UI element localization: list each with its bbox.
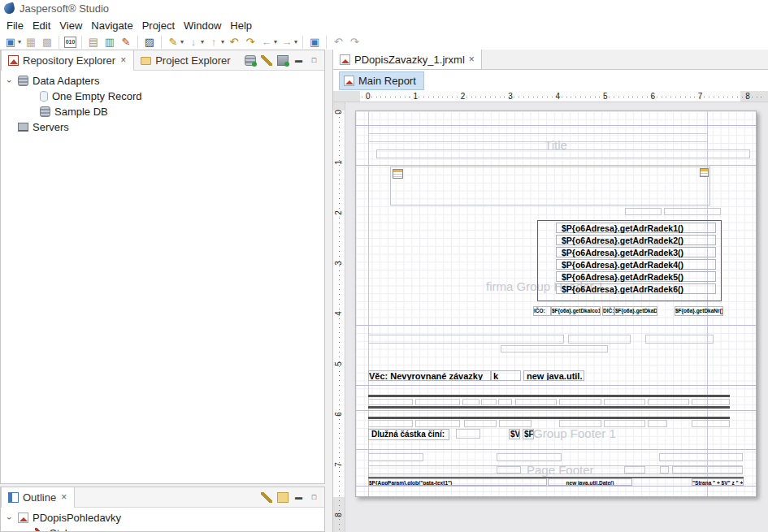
report-element[interactable]	[464, 420, 497, 427]
save-all-button[interactable]: ▩	[40, 35, 54, 50]
add-image-button[interactable]: ▤	[86, 35, 101, 50]
report-element[interactable]	[659, 453, 743, 461]
report-element[interactable]	[692, 399, 730, 405]
edit-style-button[interactable]: ✎	[119, 35, 133, 50]
field-field[interactable]: $F	[523, 429, 534, 439]
report-element[interactable]	[481, 399, 497, 405]
footer-date-field[interactable]: new java.util.Date()	[548, 478, 632, 486]
tab-main-report[interactable]: Main Report	[339, 71, 424, 90]
binary-view-button[interactable]: 010	[63, 35, 77, 50]
report-element[interactable]	[368, 335, 564, 344]
pull-up-button[interactable]: ↑▾	[206, 35, 225, 50]
report-element[interactable]	[462, 399, 479, 405]
new-report-wizard-button[interactable]: ▣▾	[3, 35, 22, 50]
horizontal-ruler[interactable]: 012345678	[333, 91, 768, 102]
tab-pdopiszavazky[interactable]: PDopisZavazky_1.jrxml ×	[333, 50, 482, 69]
dluzna-label-field[interactable]: Dlužná částka činí:	[368, 429, 449, 440]
menu-item[interactable]: Project	[142, 18, 184, 33]
report-element[interactable]	[672, 466, 743, 474]
next-annotation-button[interactable]: ↷	[243, 35, 258, 50]
report-element[interactable]	[568, 335, 631, 344]
report-element[interactable]	[415, 399, 460, 405]
report-element[interactable]	[648, 420, 667, 427]
back-history-button[interactable]: ←▾	[259, 35, 278, 50]
report-element[interactable]	[604, 399, 645, 405]
close-icon[interactable]: ×	[469, 54, 475, 65]
tree-item-servers[interactable]: › Servers	[1, 119, 324, 135]
report-element[interactable]	[501, 345, 608, 353]
save-button[interactable]: ▦	[24, 35, 38, 50]
thumbnail-view-icon[interactable]	[277, 492, 289, 503]
vec-date-field[interactable]: new java.util.	[523, 370, 584, 381]
menu-item[interactable]: Window	[184, 18, 230, 33]
report-element[interactable]	[625, 208, 662, 215]
dropdown-icon[interactable]: ▾	[18, 38, 21, 45]
thick-rule[interactable]	[368, 395, 730, 397]
maximize-icon[interactable]: □	[309, 493, 319, 501]
report-element[interactable]	[498, 399, 512, 405]
undo-button[interactable]: ↶	[331, 35, 345, 50]
report-element[interactable]	[559, 399, 601, 405]
dropdown-icon[interactable]: ▾	[274, 38, 277, 45]
menu-item[interactable]: View	[59, 18, 91, 33]
footer-left-field[interactable]: $P{AppParam}.glob("pata-text1")	[368, 478, 547, 486]
dropdown-icon[interactable]: ▾	[180, 38, 184, 45]
report-element[interactable]	[376, 149, 750, 158]
close-icon[interactable]: ×	[60, 491, 67, 503]
pull-down-button[interactable]: ↓▾	[186, 35, 205, 50]
previous-annotation-button[interactable]: ↶	[227, 35, 241, 50]
dic-label[interactable]: DIČ:	[602, 306, 614, 316]
add-server-icon[interactable]	[277, 55, 289, 66]
address-text-field[interactable]: $P{o6Adresa}.getAdrRadek3()	[556, 247, 716, 257]
forward-history-button[interactable]: →▾	[280, 35, 298, 50]
report-element[interactable]	[648, 399, 689, 405]
dic-value-field[interactable]: $F{o6a}.getDkaDic()	[614, 306, 657, 316]
nr-value-field[interactable]: $F{o6a}.getDkaNr()	[675, 306, 723, 316]
add-data-adapter-icon[interactable]	[245, 55, 256, 66]
tab-project-explorer[interactable]: Project Explorer	[134, 50, 236, 71]
tree-item-sample-db[interactable]: Sample DB	[1, 104, 324, 119]
wand-icon[interactable]	[261, 55, 272, 66]
address-text-field[interactable]: $P{o6Adresa}.getAdrRadek4()	[556, 259, 716, 270]
report-element[interactable]	[624, 466, 645, 474]
address-text-field[interactable]: $P{o6Adresa}.getAdrRadek5()	[556, 271, 716, 282]
minimize-icon[interactable]: ▬	[293, 56, 304, 64]
report-element[interactable]	[368, 420, 413, 427]
tree-item-one-empty-record[interactable]: One Empty Record	[1, 89, 324, 104]
address-text-field[interactable]: $P{o6Adresa}.getAdrRadek6()	[556, 283, 716, 294]
report-element-frame[interactable]	[390, 167, 710, 205]
new-editor-window-button[interactable]: ▣	[307, 35, 322, 50]
variable-field[interactable]: $V	[509, 429, 520, 439]
address-text-field[interactable]: $P{o6Adresa}.getAdrRadek1()	[556, 223, 716, 233]
publish-server-button[interactable]: ▨	[142, 35, 157, 50]
chevron-expanded-icon[interactable]: ›	[5, 77, 15, 85]
report-element[interactable]	[645, 335, 714, 344]
thick-rule[interactable]	[368, 417, 730, 419]
report-element[interactable]	[604, 420, 645, 427]
close-icon[interactable]: ×	[119, 54, 127, 66]
report-element[interactable]	[497, 453, 562, 461]
redo-button[interactable]: ↷	[347, 35, 362, 50]
vec-k-field[interactable]: k	[491, 370, 521, 381]
collapse-tree-icon[interactable]	[261, 492, 272, 503]
report-element[interactable]	[664, 208, 721, 215]
footer-page-field[interactable]: "Strana " + $V" z " + $V	[692, 478, 744, 486]
tab-repository-explorer[interactable]: Repository Explorer ×	[1, 50, 134, 71]
minimize-icon[interactable]: ▬	[293, 493, 304, 501]
menu-item[interactable]: Help	[230, 18, 261, 33]
add-dataset-button[interactable]: ▥	[102, 35, 117, 50]
tree-item-data-adapters[interactable]: › Data Adapters	[1, 73, 324, 89]
chevron-expanded-icon[interactable]: ›	[5, 514, 15, 522]
report-element[interactable]	[499, 420, 532, 427]
table-element-icon[interactable]	[393, 169, 403, 179]
ico-value-field[interactable]: $F{o6a}.getDkaIco1()	[551, 306, 601, 316]
ico-label[interactable]: IČO:	[533, 306, 551, 316]
report-element[interactable]	[368, 399, 413, 405]
report-element[interactable]	[497, 466, 521, 474]
wand-tool-button[interactable]: ✎▾	[166, 35, 184, 50]
address-text-field[interactable]: $P{o6Adresa}.getAdrRadek2()	[556, 235, 716, 245]
tree-item-styles[interactable]: › Styles	[1, 526, 324, 531]
thick-rule[interactable]	[368, 406, 730, 409]
dropdown-icon[interactable]: ▾	[201, 38, 204, 45]
report-element[interactable]	[415, 420, 460, 427]
